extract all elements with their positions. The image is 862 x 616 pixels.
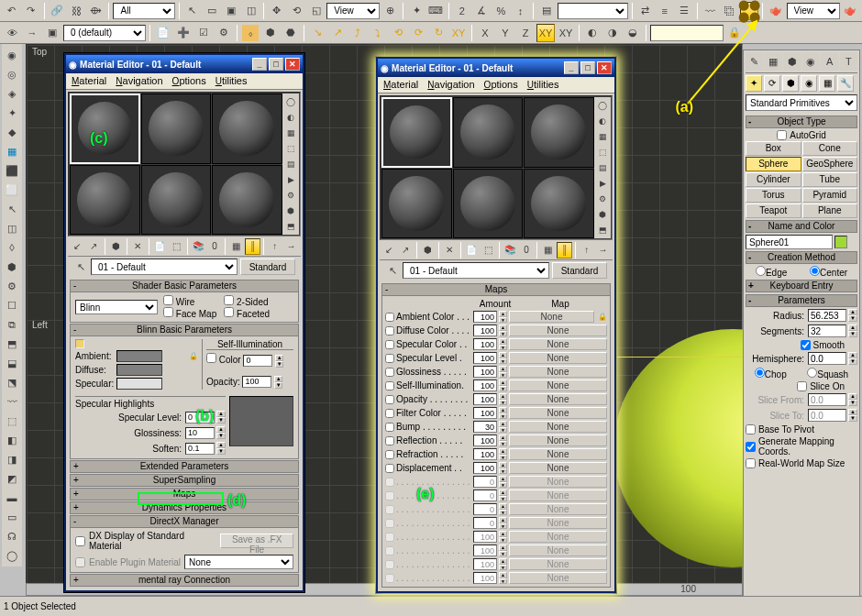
map-slot-button[interactable]: None: [509, 434, 607, 446]
name-color-header[interactable]: -Name and Color: [746, 220, 857, 233]
shader-dropdown[interactable]: Blinn: [75, 300, 158, 314]
map-enable-checkbox[interactable]: [385, 436, 394, 446]
curve-editor-icon[interactable]: 〰: [702, 2, 719, 20]
map-slot-button[interactable]: None: [509, 462, 607, 474]
maximize-button[interactable]: □: [269, 58, 283, 71]
map-lock-icon[interactable]: 🔒: [598, 313, 607, 322]
vt-icon-6[interactable]: ▦: [3, 142, 21, 160]
video-check-icon-2[interactable]: ▤: [595, 160, 610, 175]
pick-from-obj-icon-2[interactable]: ↖: [385, 263, 400, 278]
menu-navigation[interactable]: Navigation: [116, 75, 162, 87]
keyboard-entry-header[interactable]: +Keyboard Entry: [746, 280, 857, 292]
teapot-button[interactable]: Teapot: [746, 204, 801, 218]
map-amount-spinner[interactable]: ▲▼: [499, 324, 507, 336]
material-editor-icon[interactable]: ⬤⬤⬤⬤: [740, 2, 758, 20]
close-button[interactable]: ✕: [285, 58, 300, 71]
map-amount-spinner[interactable]: ▲▼: [499, 448, 507, 460]
manip-icon[interactable]: ✦: [407, 2, 425, 20]
sample-type-icon[interactable]: ◯: [283, 94, 298, 109]
axis-xy2-button[interactable]: XY: [557, 24, 575, 42]
reset-map-icon-2[interactable]: ✕: [442, 242, 458, 258]
toolbox-icon-2[interactable]: ▦: [765, 52, 783, 71]
gen-mapping-checkbox[interactable]: [746, 442, 756, 452]
key-filter-input[interactable]: [650, 25, 724, 41]
align-icon[interactable]: ≡: [656, 2, 673, 20]
reset-map-icon[interactable]: ✕: [130, 238, 146, 255]
specular-color[interactable]: [116, 378, 162, 390]
reactor-icon[interactable]: ⬨: [241, 24, 260, 42]
segments-spinner[interactable]: ▲▼: [848, 324, 857, 337]
map-amount-spinner[interactable]: ▲▼: [499, 434, 507, 446]
maximize-button-2[interactable]: □: [580, 61, 595, 74]
chop-radio[interactable]: [755, 368, 765, 378]
vt-icon-21[interactable]: ◧: [3, 431, 21, 449]
map-amount-input[interactable]: [473, 407, 497, 419]
opacity-input[interactable]: [242, 376, 271, 388]
go-parent-icon-2[interactable]: ↑: [579, 242, 594, 258]
create-tab[interactable]: ✦: [746, 75, 762, 92]
map-amount-spinner[interactable]: ▲▼: [499, 393, 507, 405]
vt-icon-13[interactable]: ⚙: [3, 277, 21, 295]
map-amount-spinner[interactable]: ▲▼: [499, 366, 507, 378]
layer-props-icon[interactable]: ⚙: [215, 24, 233, 42]
vt-icon-14[interactable]: ☐: [3, 296, 21, 314]
quick-render-icon[interactable]: 🫖: [842, 2, 859, 20]
sample-slot-6[interactable]: [212, 165, 282, 236]
background-icon-2[interactable]: ▦: [595, 129, 610, 144]
category-dropdown[interactable]: Standard Primitives: [746, 94, 857, 111]
sample-slot-4b[interactable]: [381, 169, 452, 239]
sample-slot-5[interactable]: [141, 165, 212, 236]
2sided-checkbox[interactable]: [224, 295, 234, 305]
select-name-icon[interactable]: ▭: [203, 2, 220, 20]
make-unique-icon[interactable]: ⬚: [169, 238, 184, 255]
map-enable-checkbox[interactable]: [385, 326, 394, 336]
get-material-icon-2[interactable]: ↙: [381, 242, 397, 258]
mental-ray-header[interactable]: +mental ray Connection: [70, 574, 299, 587]
select-rect-icon[interactable]: ▣: [223, 2, 240, 20]
map-amount-input[interactable]: [473, 352, 497, 364]
make-unique-icon-2[interactable]: ⬚: [481, 242, 496, 258]
reactor-icon-3[interactable]: ⬣: [282, 24, 300, 42]
go-sibling-icon-2[interactable]: →: [595, 242, 611, 258]
ambient-lock[interactable]: 🔒: [189, 352, 198, 360]
new-layer-icon[interactable]: 📄: [154, 24, 172, 42]
map-enable-checkbox[interactable]: [385, 450, 394, 459]
move-icon[interactable]: ✥: [268, 2, 285, 20]
constraint-icon-6[interactable]: ⟳: [409, 24, 427, 42]
link-icon[interactable]: 🔗: [49, 2, 66, 20]
minimize-button[interactable]: _: [252, 58, 267, 71]
vt-icon-16[interactable]: ⬒: [3, 335, 21, 353]
make-copy-icon[interactable]: 📄: [152, 238, 168, 255]
map-amount-input[interactable]: [473, 380, 497, 391]
snap-angle-icon[interactable]: ∡: [472, 2, 490, 20]
menu-material[interactable]: Material: [72, 75, 106, 87]
vt-icon-20[interactable]: ⬚: [3, 412, 21, 430]
center-radio[interactable]: [810, 266, 820, 276]
sample-uv-icon[interactable]: ⬚: [283, 141, 298, 156]
map-slot-button[interactable]: None: [509, 324, 607, 336]
map-slot-button[interactable]: None: [509, 380, 607, 391]
vt-icon-1[interactable]: ◉: [3, 46, 21, 64]
menu-options[interactable]: Options: [172, 75, 206, 87]
tube-button[interactable]: Tube: [802, 172, 858, 187]
hierarchy-tab[interactable]: ⬢: [782, 75, 799, 92]
torus-button[interactable]: Torus: [746, 188, 801, 203]
map-slot-button[interactable]: None: [509, 366, 607, 378]
wire-checkbox[interactable]: [163, 295, 173, 305]
parameters-header[interactable]: -Parameters: [746, 294, 857, 307]
named-sel-dropdown[interactable]: [558, 3, 628, 19]
map-amount-input[interactable]: [473, 366, 497, 378]
layer-render-icon[interactable]: ▣: [43, 24, 61, 42]
show-map-icon-2[interactable]: ▦: [540, 242, 556, 258]
constraint-icon[interactable]: ↘: [308, 24, 326, 42]
ambient-lock-icon[interactable]: [75, 339, 84, 348]
sample-slot-2b[interactable]: [453, 97, 524, 168]
map-enable-checkbox[interactable]: [385, 340, 394, 349]
toolbox-icon-4[interactable]: ◉: [802, 52, 821, 71]
pick-from-obj-icon[interactable]: ↖: [73, 259, 88, 274]
layer-hide-icon[interactable]: 👁: [3, 24, 21, 42]
maps-rollout-header[interactable]: -Maps: [381, 283, 611, 296]
map-amount-input[interactable]: [473, 324, 497, 336]
map-slot-button[interactable]: None: [509, 338, 607, 350]
xy-label-1[interactable]: XY: [449, 24, 468, 42]
